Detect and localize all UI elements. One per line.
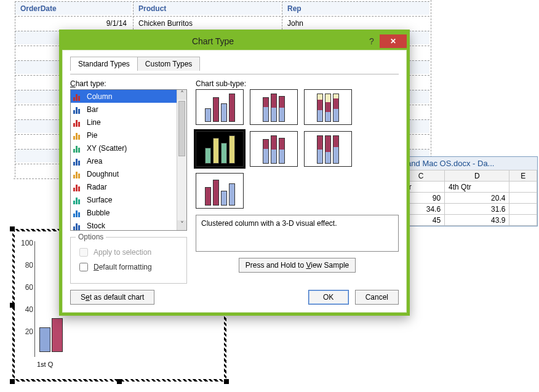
chart-type-label: Pie — [87, 131, 97, 140]
options-group: Options Apply to selection Default forma… — [70, 237, 187, 284]
list-scrollbar[interactable]: ˄ ˅ — [177, 90, 186, 230]
subtype-description: Clustered column with a 3-D visual effec… — [196, 215, 399, 252]
chart-type-label: Area — [87, 157, 102, 166]
cell[interactable]: 20.4 — [445, 193, 509, 204]
chart-type-label: Chart type: — [70, 79, 187, 88]
tab-strip: Standard Types Custom Types — [70, 57, 399, 71]
apply-to-selection-label: Apply to selection — [94, 248, 151, 257]
cell-product[interactable]: Chicken Burritos — [133, 16, 281, 30]
col-d[interactable]: D — [445, 170, 509, 182]
datasheet-title: s and Mac OS.docx - Da... — [397, 157, 537, 170]
scroll-up-button[interactable]: ˄ — [177, 90, 186, 100]
y-tick: 60 — [17, 283, 33, 292]
cell[interactable] — [509, 204, 537, 215]
cell[interactable] — [509, 193, 537, 204]
cancel-button[interactable]: Cancel — [355, 290, 399, 305]
bubble-icon — [73, 209, 83, 217]
subtype-3d-clustered-column[interactable] — [196, 131, 244, 167]
view-sample-label: Press and Hold to View Sample — [246, 261, 349, 270]
ok-button[interactable]: OK — [308, 290, 349, 305]
bar — [39, 327, 50, 352]
scroll-thumb[interactable] — [178, 101, 185, 156]
options-legend: Options — [76, 233, 106, 241]
resize-handle[interactable] — [10, 226, 15, 231]
default-formatting-input[interactable] — [79, 263, 88, 271]
chart-type-area[interactable]: Area — [71, 154, 177, 167]
col-header-rep[interactable]: Rep — [282, 1, 429, 15]
subtype-3d-column[interactable] — [196, 173, 244, 209]
chart-type-line[interactable]: Line — [71, 116, 177, 129]
chart-type-label: Surface — [87, 196, 112, 204]
xy-scatter--icon — [73, 144, 83, 153]
hdr-blank[interactable] — [509, 182, 537, 193]
scroll-down-button[interactable]: ˅ — [177, 220, 186, 230]
subtype-clustered-column[interactable] — [196, 89, 244, 125]
stock-icon — [73, 222, 83, 230]
chart-subtype-label: Chart sub-type: — [196, 79, 399, 88]
chart-type-bar[interactable]: Bar — [71, 103, 177, 116]
y-tick: 80 — [17, 261, 33, 270]
cell-orderdate[interactable]: 9/1/14 — [15, 16, 132, 30]
subtype-stacked-column[interactable] — [250, 89, 298, 125]
line-icon — [73, 118, 83, 127]
tab-standard-types[interactable]: Standard Types — [70, 57, 138, 71]
resize-handle[interactable] — [10, 379, 15, 384]
chart-type-label: Stock — [87, 222, 105, 230]
subtype-3d-stacked-column[interactable] — [250, 131, 298, 167]
close-button[interactable]: ✕ — [380, 34, 407, 48]
x-category: 1st Q — [37, 361, 53, 368]
chart-type-label: Doughnut — [87, 170, 119, 178]
column-icon — [73, 92, 83, 101]
dialog-title: Chart Type — [62, 36, 364, 46]
bar — [52, 318, 63, 352]
apply-to-selection-input — [79, 248, 88, 257]
chart-type-list[interactable]: ColumnBarLinePieXY (Scatter)AreaDoughnut… — [70, 89, 187, 231]
chart-type-xy-scatter-[interactable]: XY (Scatter) — [71, 142, 177, 154]
set-as-default-label: Set as default chart — [81, 293, 144, 302]
chart-type-stock[interactable]: Stock — [71, 219, 177, 231]
chart-type-pie[interactable]: Pie — [71, 129, 177, 142]
datasheet-window[interactable]: s and Mac OS.docx - Da... C D E Qtr 4th … — [396, 156, 538, 226]
chart-type-label: Line — [87, 118, 101, 127]
pie-icon — [73, 131, 83, 140]
y-tick: 20 — [17, 327, 33, 336]
surface-icon — [73, 196, 83, 204]
resize-handle[interactable] — [224, 379, 229, 384]
cell[interactable]: 31.6 — [445, 204, 509, 215]
subtype-grid — [196, 89, 399, 209]
area-icon — [73, 157, 83, 166]
cell-rep[interactable]: John — [282, 16, 429, 30]
close-icon: ✕ — [390, 37, 396, 46]
dialog-titlebar[interactable]: Chart Type ? ✕ — [62, 33, 407, 50]
chart-type-column[interactable]: Column — [71, 90, 177, 103]
default-formatting-label: Default formatting — [94, 263, 152, 271]
set-as-default-button[interactable]: Set as default chart — [70, 290, 154, 305]
subtype-3d-100pct-stacked-column[interactable] — [304, 131, 352, 167]
chart-type-label: Bubble — [87, 209, 110, 217]
hdr-4thqtr[interactable]: 4th Qtr — [445, 182, 509, 193]
chart-type-label: Radar — [87, 183, 107, 191]
bar-icon — [73, 105, 83, 114]
default-formatting-checkbox[interactable]: Default formatting — [77, 261, 180, 273]
datasheet-table[interactable]: C D E Qtr 4th Qtr 9020.4 34.631.6 4543.9 — [397, 170, 537, 226]
chart-type-dialog: Chart Type ? ✕ Standard Types Custom Typ… — [59, 30, 410, 316]
chart-type-label: XY (Scatter) — [87, 144, 127, 153]
chart-type-radar[interactable]: Radar — [71, 180, 177, 193]
subtype-100pct-stacked-column[interactable] — [304, 89, 352, 125]
cell[interactable] — [509, 215, 537, 226]
cell[interactable]: 43.9 — [445, 215, 509, 226]
y-axis — [34, 241, 35, 357]
resize-handle[interactable] — [117, 379, 122, 384]
y-tick: 100 — [17, 239, 33, 247]
col-header-product[interactable]: Product — [133, 1, 281, 15]
chart-type-doughnut[interactable]: Doughnut — [71, 167, 177, 180]
view-sample-button[interactable]: Press and Hold to View Sample — [239, 258, 356, 273]
tab-custom-types[interactable]: Custom Types — [137, 57, 200, 71]
col-e[interactable]: E — [509, 170, 537, 182]
chart-type-label: Column — [87, 92, 112, 101]
help-button[interactable]: ? — [364, 36, 380, 46]
resize-handle[interactable] — [10, 303, 15, 308]
col-header-orderdate[interactable]: OrderDate — [15, 1, 132, 15]
chart-type-surface[interactable]: Surface — [71, 193, 177, 206]
chart-type-bubble[interactable]: Bubble — [71, 206, 177, 219]
